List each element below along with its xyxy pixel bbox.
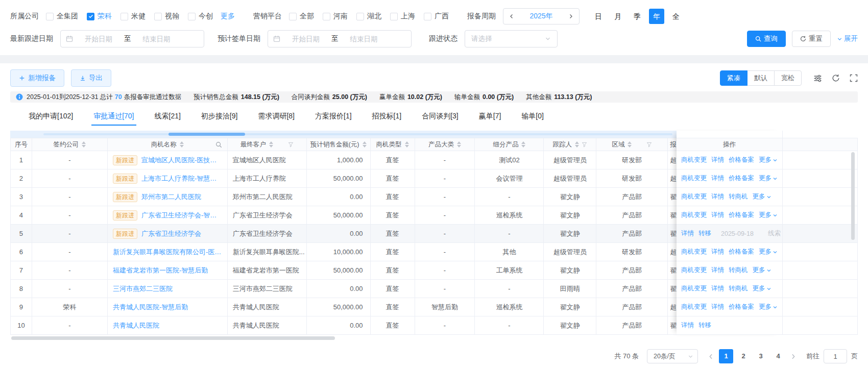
action-link[interactable]: 转商机 — [729, 284, 748, 293]
action-link[interactable]: 商机变更 — [681, 303, 707, 311]
more-actions-link[interactable]: 更多 — [753, 266, 771, 275]
period-mode-0[interactable]: 日 — [591, 9, 606, 24]
period-prev-icon[interactable] — [509, 13, 515, 19]
more-actions-link[interactable]: 更多 — [759, 303, 778, 311]
action-link[interactable]: 价格备案 — [729, 303, 754, 311]
export-button[interactable]: 导出 — [71, 69, 111, 87]
sort-icon[interactable] — [82, 141, 86, 148]
period-selector[interactable]: 2025年 — [503, 8, 580, 24]
density-option-2[interactable]: 宽松 — [774, 70, 802, 86]
search-button[interactable]: 查询 — [747, 31, 786, 47]
add-report-button[interactable]: 新增报备 — [10, 69, 64, 87]
tab-5[interactable]: 方案报价[1] — [305, 106, 362, 127]
company-more-link[interactable]: 更多 — [221, 12, 235, 21]
filter-icon[interactable] — [582, 142, 587, 148]
action-link[interactable]: 商机变更 — [681, 192, 707, 201]
period-next-icon[interactable] — [568, 13, 574, 19]
sign-date-range[interactable]: 至 — [268, 30, 412, 47]
more-actions-link[interactable]: 更多 — [759, 211, 778, 219]
prev-page-button[interactable] — [706, 353, 716, 360]
action-link[interactable]: 详情 — [711, 174, 724, 183]
more-actions-link[interactable]: 更多 — [759, 174, 778, 183]
tab-6[interactable]: 招投标[1] — [362, 106, 412, 127]
sort-icon[interactable] — [269, 141, 273, 148]
page-4[interactable]: 4 — [771, 349, 785, 363]
sign-end-date-input[interactable] — [341, 35, 388, 43]
tab-1[interactable]: 审批通过[70] — [83, 106, 144, 127]
opportunity-name-link[interactable]: 共青城人民医院-智慧后勤 — [113, 303, 188, 312]
sort-icon[interactable] — [363, 141, 367, 148]
sign-start-date-input[interactable] — [282, 35, 329, 43]
company-checkbox-1[interactable]: 荣科 — [87, 12, 112, 21]
period-mode-3[interactable]: 年 — [649, 9, 664, 24]
tab-4[interactable]: 需求调研[8] — [248, 106, 305, 127]
action-link[interactable]: 价格备案 — [729, 174, 754, 183]
company-checkbox-0[interactable]: 全集团 — [46, 12, 78, 21]
action-link[interactable]: 详情 — [711, 284, 724, 293]
tab-2[interactable]: 线索[21] — [144, 106, 191, 127]
platform-checkbox-2[interactable]: 湖北 — [356, 12, 381, 21]
action-link[interactable]: 价格备案 — [729, 211, 754, 219]
action-link[interactable]: 详情 — [711, 192, 724, 201]
goto-page-input[interactable] — [824, 349, 847, 363]
more-actions-link[interactable]: 更多 — [759, 248, 778, 256]
column-settings-icon[interactable] — [813, 74, 822, 83]
action-link[interactable]: 详情 — [711, 211, 724, 219]
sort-icon[interactable] — [575, 141, 579, 148]
sort-icon[interactable] — [180, 141, 184, 148]
platform-checkbox-1[interactable]: 河南 — [323, 12, 348, 21]
page-3[interactable]: 3 — [754, 349, 768, 363]
fullscreen-icon[interactable] — [850, 74, 858, 82]
sort-icon[interactable] — [521, 141, 525, 148]
follow-start-date-input[interactable] — [75, 35, 122, 43]
follow-status-select[interactable]: 请选择 — [465, 30, 558, 47]
period-mode-4[interactable]: 全 — [668, 9, 684, 24]
page-1[interactable]: 1 — [719, 349, 733, 363]
sort-icon[interactable] — [457, 141, 461, 148]
action-link[interactable]: 详情 — [711, 156, 724, 164]
reset-button[interactable]: 重置 — [792, 31, 831, 47]
density-option-0[interactable]: 紧凑 — [720, 70, 748, 86]
period-mode-2[interactable]: 季 — [630, 9, 645, 24]
opportunity-name-link[interactable]: 新沂复兴眼耳鼻喉医院有限公司-医技预约 — [113, 248, 222, 257]
platform-checkbox-4[interactable]: 广西 — [424, 12, 449, 21]
action-link[interactable]: 详情 — [681, 229, 694, 238]
opportunity-name-link[interactable]: 上海市工人疗养院-智慧后勤 — [141, 174, 222, 183]
action-link[interactable]: 详情 — [711, 303, 724, 311]
expand-button[interactable]: 展开 — [837, 34, 858, 43]
more-actions-link[interactable]: 更多 — [759, 156, 778, 164]
opportunity-name-link[interactable]: 三河市燕郊二三医院 — [113, 284, 173, 293]
tab-8[interactable]: 赢单[7] — [469, 106, 512, 127]
platform-checkbox-0[interactable]: 全部 — [289, 12, 314, 21]
filter-icon[interactable] — [288, 142, 294, 148]
tab-3[interactable]: 初步接洽[9] — [191, 106, 248, 127]
scroll-strip-thumb[interactable] — [168, 133, 245, 136]
refresh-icon[interactable] — [832, 74, 840, 82]
filter-icon[interactable] — [646, 142, 652, 148]
opportunity-name-link[interactable]: 广东省卫生经济学会-智慧后勤 — [141, 211, 222, 220]
action-link[interactable]: 价格备案 — [729, 156, 754, 164]
sort-icon[interactable] — [628, 141, 632, 148]
sort-icon[interactable] — [405, 141, 409, 148]
company-checkbox-3[interactable]: 视翰 — [154, 12, 179, 21]
action-link[interactable]: 商机变更 — [681, 174, 707, 183]
opportunity-name-link[interactable]: 共青城人民医院 — [113, 321, 159, 330]
action-link[interactable]: 详情 — [681, 321, 694, 330]
opportunity-name-link[interactable]: 广东省卫生经济学会 — [141, 229, 201, 238]
company-checkbox-2[interactable]: 米健 — [120, 12, 146, 21]
action-link[interactable]: 商机变更 — [681, 284, 707, 293]
tab-9[interactable]: 输单[0] — [511, 106, 554, 127]
tab-0[interactable]: 我的申请[102] — [18, 106, 83, 127]
action-link[interactable]: 商机变更 — [681, 248, 707, 256]
action-link[interactable]: 转商机 — [729, 266, 748, 275]
action-link[interactable]: 价格备案 — [729, 248, 754, 256]
action-link[interactable]: 转商机 — [729, 192, 748, 201]
tab-7[interactable]: 合同谈判[3] — [412, 106, 469, 127]
follow-end-date-input[interactable] — [133, 35, 180, 43]
page-size-select[interactable]: 20条/页 — [647, 349, 698, 363]
page-2[interactable]: 2 — [736, 349, 751, 363]
more-actions-link[interactable]: 更多 — [753, 192, 771, 201]
period-mode-1[interactable]: 月 — [610, 9, 625, 24]
next-page-button[interactable] — [788, 353, 798, 360]
action-link[interactable]: 商机变更 — [681, 211, 707, 219]
